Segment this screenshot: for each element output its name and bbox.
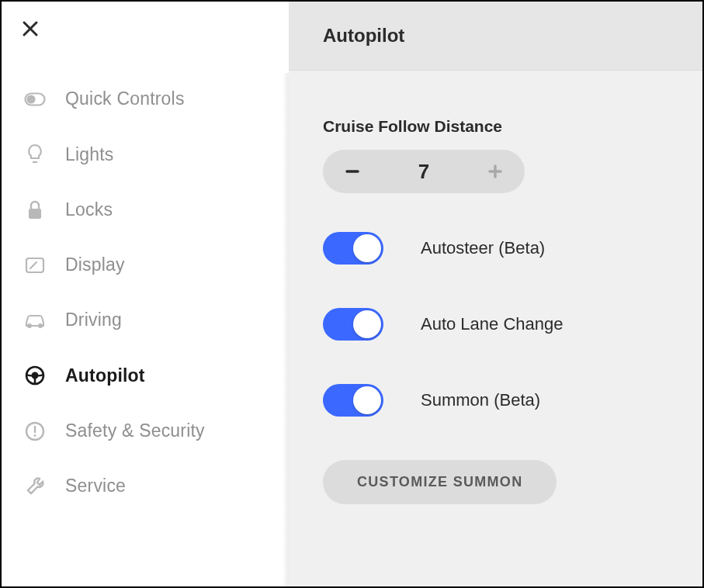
sidebar-item-label: Display xyxy=(65,254,125,275)
sidebar-item-safety-security[interactable]: Safety & Security xyxy=(2,403,289,458)
toggle-label: Auto Lane Change xyxy=(421,314,564,334)
display-icon xyxy=(23,257,47,274)
sidebar-item-label: Locks xyxy=(65,199,113,220)
svg-point-3 xyxy=(28,95,35,102)
close-area xyxy=(2,2,289,71)
toggle-row-auto-lane-change: Auto Lane Change xyxy=(323,308,668,341)
toggle-label: Autosteer (Beta) xyxy=(421,238,545,258)
auto-lane-change-toggle[interactable] xyxy=(323,308,383,341)
plus-icon xyxy=(487,163,504,180)
sidebar-item-driving[interactable]: Driving xyxy=(2,292,289,348)
svg-point-15 xyxy=(34,434,36,437)
increase-button[interactable] xyxy=(480,156,511,187)
sidebar-item-display[interactable]: Display xyxy=(2,237,289,292)
cruise-distance-stepper: 7 xyxy=(323,150,525,193)
svg-point-9 xyxy=(39,324,42,327)
close-button[interactable] xyxy=(19,17,42,40)
sidebar-item-lights[interactable]: Lights xyxy=(2,126,289,182)
toggle-icon xyxy=(23,92,47,106)
customize-summon-button[interactable]: CUSTOMIZE SUMMON xyxy=(323,460,557,504)
autosteer-toggle[interactable] xyxy=(323,232,383,265)
toggle-row-autosteer: Autosteer (Beta) xyxy=(323,232,668,265)
close-icon xyxy=(22,20,39,37)
wrench-icon xyxy=(23,476,47,496)
lock-icon xyxy=(23,200,47,220)
sidebar-item-label: Quick Controls xyxy=(65,88,185,109)
sidebar-item-autopilot[interactable]: Autopilot xyxy=(2,348,289,403)
sidebar-item-quick-controls[interactable]: Quick Controls xyxy=(2,71,289,126)
wheel-icon xyxy=(23,365,47,386)
sidebar-item-locks[interactable]: Locks xyxy=(2,182,289,237)
main-body: Cruise Follow Distance 7 Autosteer (Beta… xyxy=(289,71,702,527)
svg-line-7 xyxy=(30,262,36,268)
svg-rect-5 xyxy=(29,209,41,219)
minus-icon xyxy=(344,163,361,180)
nav-list: Quick Controls Lights Locks xyxy=(2,71,289,514)
svg-rect-6 xyxy=(26,258,43,272)
sidebar-item-label: Safety & Security xyxy=(65,420,205,441)
alert-icon xyxy=(23,421,47,441)
sidebar-item-label: Service xyxy=(65,476,126,496)
sidebar-item-label: Autopilot xyxy=(65,365,145,386)
settings-sidebar: Quick Controls Lights Locks xyxy=(2,2,289,586)
sidebar-item-label: Driving xyxy=(65,310,122,330)
car-icon xyxy=(23,313,47,328)
main-header: Autopilot xyxy=(289,2,702,71)
decrease-button[interactable] xyxy=(337,156,368,187)
toggle-label: Summon (Beta) xyxy=(421,390,540,410)
summon-toggle[interactable] xyxy=(323,384,383,417)
sidebar-item-service[interactable]: Service xyxy=(2,458,289,514)
page-title: Autopilot xyxy=(323,25,668,47)
main-panel: Autopilot Cruise Follow Distance 7 Autos… xyxy=(289,2,702,586)
cruise-distance-label: Cruise Follow Distance xyxy=(323,117,668,136)
svg-point-8 xyxy=(28,324,31,327)
sidebar-item-label: Lights xyxy=(65,144,114,165)
bulb-icon xyxy=(23,144,47,165)
toggle-row-summon: Summon (Beta) xyxy=(323,384,668,417)
cruise-distance-value: 7 xyxy=(418,160,429,184)
